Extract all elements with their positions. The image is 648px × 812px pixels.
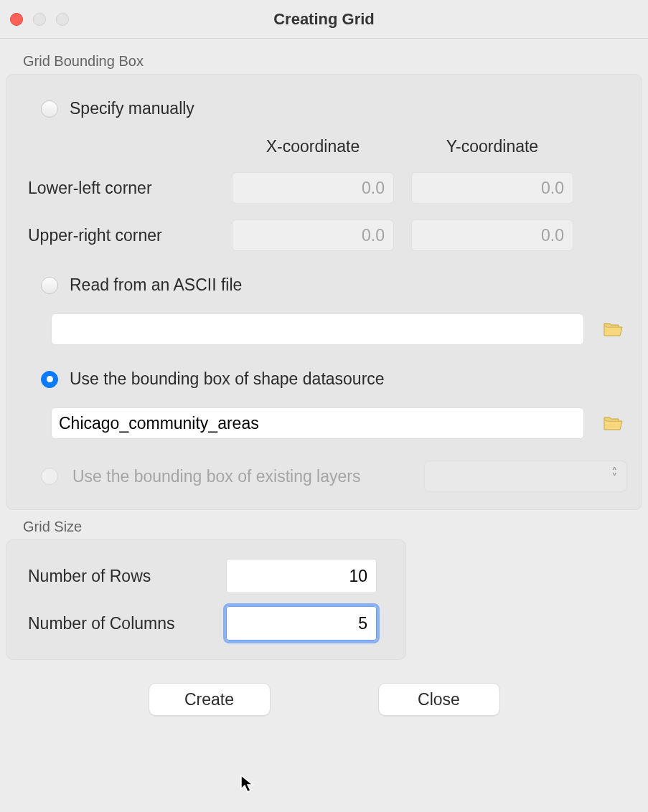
zoom-window-button[interactable]	[56, 13, 69, 26]
use-shape-row[interactable]: Use the bounding box of shape datasource	[21, 367, 627, 407]
upper-right-x-input[interactable]	[232, 219, 394, 251]
read-ascii-label: Read from an ASCII file	[70, 275, 242, 295]
read-ascii-radio[interactable]	[41, 277, 58, 294]
number-of-rows-input[interactable]	[226, 559, 377, 593]
grid-size-group-label: Grid Size	[6, 510, 642, 539]
x-coordinate-header: X-coordinate	[232, 137, 394, 156]
mouse-cursor-icon	[240, 775, 256, 793]
shape-datasource-path-input[interactable]	[51, 407, 584, 439]
window-title: Creating Grid	[0, 10, 648, 29]
ascii-file-browse-icon[interactable]	[603, 321, 623, 338]
dialog-footer: Create Close	[6, 660, 642, 716]
use-layers-label: Use the bounding box of existing layers	[72, 467, 410, 486]
close-button-label: Close	[418, 690, 460, 709]
close-button[interactable]: Close	[378, 683, 500, 716]
use-layers-row: Use the bounding box of existing layers …	[21, 461, 627, 492]
shape-datasource-browse-icon[interactable]	[603, 415, 623, 432]
create-button-label: Create	[184, 690, 234, 709]
upper-right-label: Upper-right corner	[28, 226, 215, 245]
number-of-columns-input[interactable]	[226, 606, 377, 641]
close-window-button[interactable]	[10, 13, 23, 26]
coordinate-grid: X-coordinate Y-coordinate Lower-left cor…	[21, 137, 627, 273]
bounding-box-panel: Specify manually X-coordinate Y-coordina…	[6, 74, 642, 510]
titlebar: Creating Grid	[0, 0, 648, 39]
bounding-box-group-label: Grid Bounding Box	[6, 44, 642, 74]
window-controls	[10, 13, 69, 26]
minimize-window-button[interactable]	[33, 13, 46, 26]
lower-left-label: Lower-left corner	[28, 179, 215, 198]
create-button[interactable]: Create	[149, 683, 271, 716]
use-layers-radio	[41, 468, 58, 485]
y-coordinate-header: Y-coordinate	[411, 137, 573, 156]
use-shape-radio[interactable]	[41, 371, 58, 388]
specify-manually-row[interactable]: Specify manually	[21, 96, 627, 137]
use-shape-label: Use the bounding box of shape datasource	[70, 369, 385, 389]
chevron-updown-icon: ˄˅	[611, 471, 618, 482]
number-of-columns-label: Number of Columns	[28, 614, 222, 633]
existing-layers-dropdown: ˄˅	[424, 461, 627, 492]
grid-size-panel: Number of Rows Number of Columns	[6, 539, 406, 660]
read-ascii-row[interactable]: Read from an ASCII file	[21, 273, 627, 313]
specify-manually-label: Specify manually	[70, 99, 194, 118]
number-of-rows-label: Number of Rows	[28, 567, 222, 586]
specify-manually-radio[interactable]	[41, 100, 58, 118]
ascii-file-path-input[interactable]	[51, 313, 584, 345]
lower-left-y-input[interactable]	[411, 172, 573, 204]
lower-left-x-input[interactable]	[232, 172, 394, 204]
upper-right-y-input[interactable]	[411, 219, 573, 251]
